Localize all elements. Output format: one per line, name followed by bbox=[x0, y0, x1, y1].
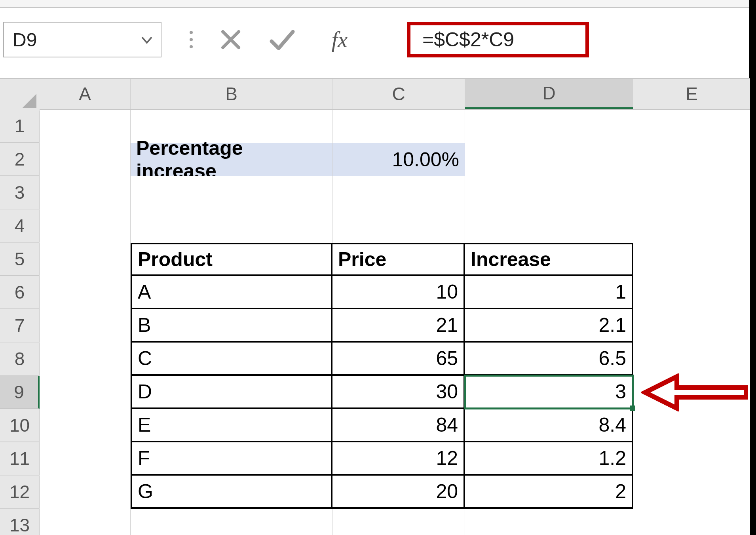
col-header-E[interactable]: E bbox=[633, 79, 750, 109]
cell-C5[interactable]: Price bbox=[332, 243, 465, 276]
cell-D2[interactable] bbox=[465, 143, 633, 176]
cell-E7[interactable] bbox=[633, 309, 750, 343]
chevron-down-icon[interactable] bbox=[141, 35, 153, 44]
cell-B2[interactable]: Percentage increase bbox=[131, 143, 332, 176]
cell-value: 10.00% bbox=[392, 148, 459, 171]
cell-A6[interactable] bbox=[40, 276, 131, 309]
cell-B10[interactable]: E bbox=[131, 409, 332, 442]
col-header-A[interactable]: A bbox=[40, 79, 131, 109]
enter-icon[interactable] bbox=[264, 22, 300, 57]
row-header[interactable]: 12 bbox=[0, 476, 40, 508]
cell-D9[interactable]: 3 bbox=[465, 376, 633, 409]
cell-A13[interactable] bbox=[40, 509, 131, 535]
row-num: 11 bbox=[9, 448, 30, 469]
cell-C2[interactable]: 10.00% bbox=[332, 143, 465, 176]
cell-B7[interactable]: B bbox=[131, 309, 332, 343]
cell-B5[interactable]: Product bbox=[131, 243, 332, 276]
cell-E3[interactable] bbox=[633, 176, 750, 209]
row-4: 4 bbox=[0, 209, 750, 243]
cell-value: Price bbox=[338, 248, 386, 271]
cell-A10[interactable] bbox=[40, 409, 131, 442]
cell-C1[interactable] bbox=[332, 110, 465, 143]
cancel-icon[interactable] bbox=[213, 22, 249, 57]
cell-D6[interactable]: 1 bbox=[465, 276, 633, 309]
cell-C11[interactable]: 12 bbox=[332, 442, 465, 476]
row-header[interactable]: 1 bbox=[0, 110, 40, 143]
cell-E8[interactable] bbox=[633, 343, 750, 376]
cell-D11[interactable]: 1.2 bbox=[465, 442, 633, 476]
name-box-value: D9 bbox=[13, 29, 37, 51]
row-header[interactable]: 5 bbox=[0, 243, 40, 276]
cell-E10[interactable] bbox=[633, 409, 750, 442]
cell-C7[interactable]: 21 bbox=[332, 309, 465, 343]
cell-A8[interactable] bbox=[40, 343, 131, 376]
cell-D4[interactable] bbox=[465, 209, 633, 243]
formula-bar-grip-icon[interactable] bbox=[175, 22, 207, 57]
cell-value: Product bbox=[138, 248, 213, 271]
cell-D10[interactable]: 8.4 bbox=[465, 409, 633, 442]
col-header-D[interactable]: D bbox=[465, 79, 633, 109]
row-header[interactable]: 11 bbox=[0, 442, 40, 475]
row-header[interactable]: 7 bbox=[0, 309, 40, 342]
cell-C12[interactable]: 20 bbox=[332, 476, 465, 509]
row-header[interactable]: 2 bbox=[0, 143, 40, 176]
row-header[interactable]: 4 bbox=[0, 209, 40, 242]
row-header[interactable]: 6 bbox=[0, 276, 40, 309]
name-box[interactable]: D9 bbox=[3, 22, 161, 57]
cell-B11[interactable]: F bbox=[131, 442, 332, 476]
cell-E5[interactable] bbox=[633, 243, 750, 276]
worksheet-grid[interactable]: A B C D E 1 2 Percentage increase 10.00%… bbox=[0, 78, 750, 535]
cell-D8[interactable]: 6.5 bbox=[465, 343, 633, 376]
cell-B4[interactable] bbox=[131, 209, 332, 243]
cell-E2[interactable] bbox=[633, 143, 750, 176]
cell-A9[interactable] bbox=[40, 376, 131, 409]
row-header[interactable]: 10 bbox=[0, 409, 40, 442]
cell-B3[interactable] bbox=[131, 176, 332, 209]
cell-D3[interactable] bbox=[465, 176, 633, 209]
cell-B12[interactable]: G bbox=[131, 476, 332, 509]
cell-B6[interactable]: A bbox=[131, 276, 332, 309]
cell-D1[interactable] bbox=[465, 110, 633, 143]
cell-C3[interactable] bbox=[332, 176, 465, 209]
cell-A12[interactable] bbox=[40, 476, 131, 509]
cell-value: 12 bbox=[436, 447, 458, 470]
cell-E6[interactable] bbox=[633, 276, 750, 309]
cell-C10[interactable]: 84 bbox=[332, 409, 465, 442]
cell-value: C bbox=[138, 347, 152, 370]
cell-B8[interactable]: C bbox=[131, 343, 332, 376]
cell-A11[interactable] bbox=[40, 442, 131, 476]
col-header-B[interactable]: B bbox=[131, 79, 332, 109]
cell-E12[interactable] bbox=[633, 476, 750, 509]
select-all-triangle[interactable] bbox=[0, 79, 40, 110]
cell-E13[interactable] bbox=[633, 509, 750, 535]
fx-icon[interactable]: fx bbox=[316, 22, 363, 57]
cell-B9[interactable]: D bbox=[131, 376, 332, 409]
cell-C13[interactable] bbox=[332, 509, 465, 535]
cell-C6[interactable]: 10 bbox=[332, 276, 465, 309]
row-header[interactable]: 9 bbox=[0, 376, 40, 409]
cell-B13[interactable] bbox=[131, 509, 332, 535]
cell-C4[interactable] bbox=[332, 209, 465, 243]
cell-D12[interactable]: 2 bbox=[465, 476, 633, 509]
cell-A1[interactable] bbox=[40, 110, 131, 143]
row-header[interactable]: 13 bbox=[0, 509, 40, 535]
cell-E1[interactable] bbox=[633, 110, 750, 143]
cell-E4[interactable] bbox=[633, 209, 750, 243]
formula-bar-buttons: fx bbox=[213, 22, 363, 57]
cell-A3[interactable] bbox=[40, 176, 131, 209]
cell-C9[interactable]: 30 bbox=[332, 376, 465, 409]
cell-C8[interactable]: 65 bbox=[332, 343, 465, 376]
row-header[interactable]: 8 bbox=[0, 343, 40, 375]
cell-D7[interactable]: 2.1 bbox=[465, 309, 633, 343]
cell-A5[interactable] bbox=[40, 243, 131, 276]
row-header[interactable]: 3 bbox=[0, 176, 40, 209]
col-header-C[interactable]: C bbox=[332, 79, 465, 109]
fill-handle[interactable] bbox=[630, 406, 635, 411]
cell-D13[interactable] bbox=[465, 509, 633, 535]
cell-A2[interactable] bbox=[40, 143, 131, 176]
cell-A4[interactable] bbox=[40, 209, 131, 243]
cell-E11[interactable] bbox=[633, 442, 750, 476]
cell-D5[interactable]: Increase bbox=[465, 243, 633, 276]
cell-A7[interactable] bbox=[40, 309, 131, 343]
formula-input[interactable]: =$C$2*C9 bbox=[407, 22, 589, 57]
